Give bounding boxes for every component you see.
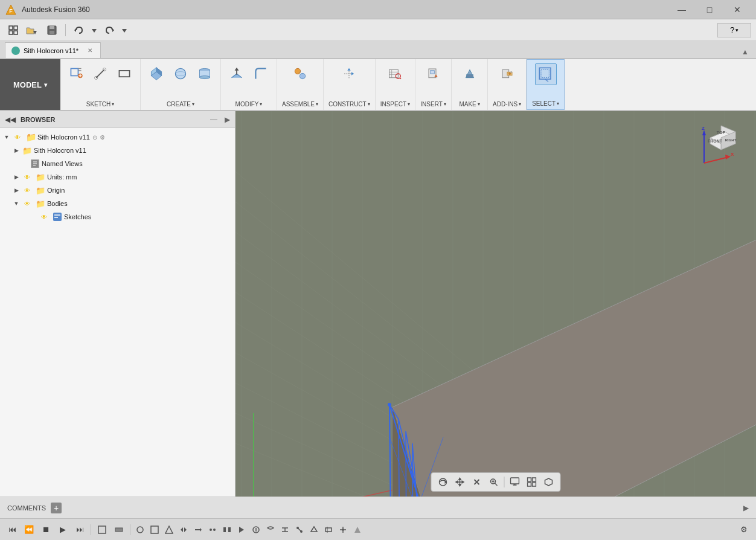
tab-close-button[interactable]: ✕ [86,47,94,55]
anim-btn-14[interactable] [322,522,335,537]
keyframe-button-2[interactable] [112,522,126,537]
sketch-line-icon[interactable] [89,63,111,85]
make-icon[interactable] [459,63,481,85]
anim-btn-3[interactable] [163,522,175,537]
sketch-group-label[interactable]: SKETCH ▾ [86,101,115,108]
model-workspace-button[interactable]: MODEL ▾ [0,59,60,110]
anim-btn-2[interactable] [149,522,161,537]
modify-press-pull-icon[interactable] [226,63,248,85]
comments-expand-button[interactable]: ▶ [743,504,749,512]
browser-back-button[interactable]: ◀◀ [5,114,16,125]
display-mode-button[interactable] [507,475,523,489]
document-tab[interactable]: Sith Holocron v11* ✕ [5,42,101,58]
browser-expand-button[interactable]: ▶ [225,115,230,124]
step-back-button[interactable]: ⏪ [22,522,36,537]
nav-cube[interactable]: Z X TOP FRONT RIGHT [698,121,746,169]
eye-icon-bodies[interactable]: 👁 [22,185,32,195]
tree-toggle-origin[interactable]: ▶ [12,173,21,181]
keyframe-button-1[interactable] [95,522,109,537]
insert-group-label[interactable]: INSERT ▾ [420,101,446,108]
model-label: MODEL [13,80,42,89]
assemble-icon[interactable] [289,63,311,85]
anim-btn-6[interactable] [207,522,219,537]
make-group-label[interactable]: MAKE ▾ [459,101,479,108]
anim-btn-12[interactable] [293,522,306,537]
maximize-button[interactable]: □ [696,1,723,19]
undo-arrow-button[interactable] [90,22,98,39]
anim-btn-1[interactable] [134,522,146,537]
redo-arrow-button[interactable] [120,22,129,39]
create-sphere-icon[interactable] [170,63,191,85]
anim-btn-7[interactable] [221,522,233,537]
redo-button[interactable] [101,22,118,39]
inspect-icon[interactable] [384,63,406,85]
vt-sep1 [504,477,505,487]
anim-btn-9[interactable] [250,522,262,537]
insert-icon[interactable] [423,63,444,85]
modify-group-label[interactable]: MODIFY ▾ [235,101,263,108]
eye-icon-face[interactable]: 👁 [39,212,49,222]
play-button[interactable]: ▶ [56,522,70,537]
addins-icon[interactable] [496,63,518,85]
minimize-button[interactable]: — [668,1,696,19]
construct-icon[interactable] [338,63,360,85]
tree-item-face[interactable]: 👁 Sketches [0,210,235,223]
grid-toggle-button[interactable] [524,475,540,489]
close-button[interactable]: ✕ [723,1,751,19]
stop-button[interactable]: ⏹ [39,522,53,537]
help-button[interactable]: ? ▾ [717,23,751,37]
anim-btn-10[interactable] [264,522,277,537]
create-box-icon[interactable] [146,63,167,85]
tab-arrow[interactable]: ▲ [739,46,751,58]
eye-icon-origin[interactable]: 👁 [22,172,32,182]
tree-item-named-views[interactable]: ▶ 📁 Sith Holocron v11 [0,144,235,157]
sketch-rect-icon[interactable] [114,63,135,85]
zoom-button[interactable] [486,475,502,489]
create-cylinder-icon[interactable] [194,63,216,85]
sketch-create-icon[interactable] [65,63,87,85]
tree-item-root[interactable]: ▼ 👁 📁 Sith Holocron v11 ⊙ ⚙ [0,130,235,144]
anim-btn-11[interactable] [279,522,291,537]
inspect-group-label[interactable]: INSPECT ▾ [380,101,410,108]
create-group-label[interactable]: CREATE ▾ [167,101,194,108]
orbit-button[interactable] [435,475,451,489]
save-button[interactable] [43,22,60,39]
assemble-group-label[interactable]: ASSEMBLE ▾ [282,101,318,108]
tree-toggle-sketches[interactable]: ▼ [12,199,21,208]
anim-btn-15[interactable] [337,522,349,537]
settings-button[interactable]: ⚙ [737,522,751,537]
select-group-label[interactable]: SELECT ▾ [532,100,559,107]
anim-btn-8[interactable] [235,522,248,537]
grid-view-button[interactable] [5,22,22,39]
open-file-button[interactable] [24,22,41,39]
anim-btn-16[interactable] [351,522,364,537]
pan-button[interactable] [452,475,468,489]
settings-icon-root[interactable]: ⚙ [100,134,105,141]
tree-item-bodies[interactable]: ▶ 👁 📁 Origin [0,184,235,197]
eye-icon-sketches[interactable]: 👁 [22,199,32,208]
addins-group-label[interactable]: ADD-INS ▾ [493,101,521,108]
tree-item-origin[interactable]: ▶ 👁 📁 Units: mm [0,170,235,184]
tree-toggle-named-views[interactable]: ▶ [12,146,21,155]
anim-btn-5[interactable] [192,522,204,537]
svg-rect-53 [541,69,549,77]
tree-toggle-root[interactable]: ▼ [2,133,11,141]
comments-add-button[interactable]: + [51,503,62,513]
eye-icon-root[interactable]: 👁 [13,132,22,142]
look-button[interactable] [469,475,485,489]
tree-item-units[interactable]: Named Views [0,157,235,170]
construct-group-label[interactable]: CONSTRUCT ▾ [328,101,370,108]
viewport[interactable]: 50 100 50 Z X [235,111,756,497]
anim-btn-4[interactable] [178,522,190,537]
tree-item-sketches[interactable]: ▼ 👁 📁 Bodies [0,197,235,210]
assemble-arrow-icon: ▾ [316,101,318,107]
modify-fillet-icon[interactable] [250,63,272,85]
anim-btn-13[interactable] [308,522,320,537]
tree-toggle-bodies[interactable]: ▶ [12,186,21,194]
select-icon[interactable] [535,63,557,85]
play-to-start-button[interactable]: ⏮ [5,522,19,537]
browser-collapse-button[interactable]: — [210,115,217,124]
play-to-end-button[interactable]: ⏭ [72,522,87,537]
view-cube-button[interactable] [541,475,557,489]
undo-button[interactable] [71,22,88,39]
